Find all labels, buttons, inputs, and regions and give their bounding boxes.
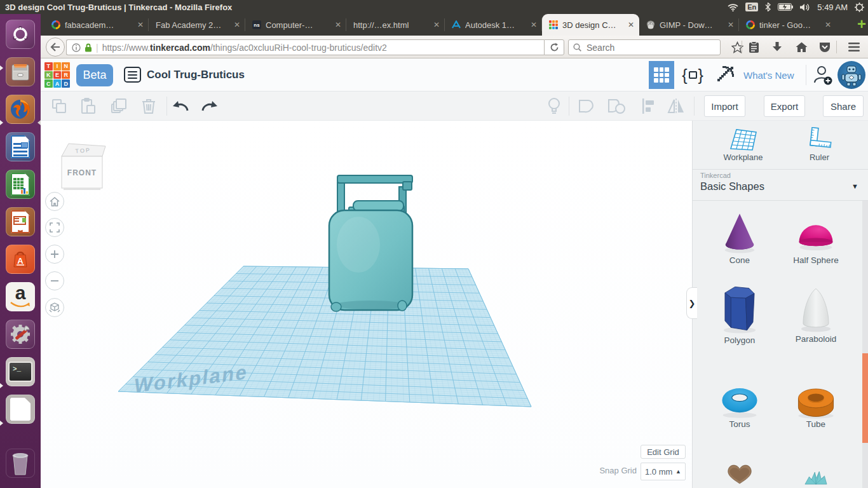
launcher-item-amazon[interactable]: a <box>6 282 35 311</box>
shape-polygon[interactable]: Polygon <box>702 281 778 345</box>
downloads-button[interactable] <box>768 37 786 57</box>
undo-button[interactable] <box>171 97 190 116</box>
panel-scrollbar-track[interactable] <box>862 201 868 488</box>
pocket-button[interactable] <box>816 37 834 57</box>
url-bar[interactable]: | https://www.tinkercad.com/things/ac0xc… <box>66 39 544 55</box>
keyboard-layout-indicator[interactable]: En <box>745 3 758 11</box>
paste-button[interactable] <box>79 97 98 116</box>
bookmarks-menu-button[interactable] <box>745 37 763 57</box>
secure-lock-icon[interactable] <box>85 43 92 52</box>
amazon-a-glyph: a <box>10 282 31 304</box>
edit-grid-button[interactable]: Edit Grid <box>641 445 686 459</box>
share-button[interactable]: Share <box>823 95 864 117</box>
wifi-icon[interactable] <box>728 3 738 11</box>
tab-fab-academy-2[interactable]: Fab Academy 2… ✕ <box>149 14 245 36</box>
shape-tube[interactable]: Tube <box>778 380 854 429</box>
shape-cone[interactable]: Cone <box>702 210 778 265</box>
shape-torus[interactable]: Torus <box>702 380 778 429</box>
shape-heart-partial[interactable] <box>702 459 778 488</box>
launcher-item-settings[interactable] <box>6 320 35 349</box>
search-input[interactable] <box>585 42 702 53</box>
ungroup-icon <box>607 98 626 114</box>
tab-close-icon[interactable]: ✕ <box>234 20 240 29</box>
tab-computer[interactable]: ns Computer-… ✕ <box>245 14 346 36</box>
model-suitcase[interactable] <box>329 175 412 311</box>
session-gear-icon[interactable] <box>855 3 864 12</box>
tab-close-icon[interactable]: ✕ <box>728 20 734 29</box>
back-button[interactable] <box>46 37 65 57</box>
shape-paraboloid[interactable]: Paraboloid <box>778 285 854 344</box>
dashboard-grid-button[interactable] <box>649 61 674 89</box>
launcher-item-firefox[interactable] <box>6 95 35 124</box>
home-button[interactable] <box>792 37 810 57</box>
tab-close-icon[interactable]: ✕ <box>628 20 634 29</box>
launcher-item-ubuntu-software[interactable]: A <box>6 245 35 274</box>
minecraft-button[interactable] <box>710 64 740 86</box>
caret-down-icon[interactable]: ▼ <box>851 182 858 190</box>
launcher-item-libreoffice[interactable] <box>6 395 35 424</box>
ungroup-button[interactable] <box>607 97 626 116</box>
launcher-item-calc[interactable] <box>6 170 35 199</box>
shape-star-partial[interactable] <box>778 467 854 488</box>
search-bar[interactable] <box>568 39 721 55</box>
add-user-button[interactable] <box>811 64 835 86</box>
workplane-tool[interactable]: Workplane <box>719 127 767 162</box>
import-button[interactable]: Import <box>704 95 745 117</box>
copy-button[interactable] <box>50 97 69 116</box>
zoom-out-button[interactable] <box>45 271 64 290</box>
fit-view-button[interactable] <box>45 218 64 237</box>
reload-button[interactable] <box>544 39 564 55</box>
tab-fabacademy[interactable]: fabacadem… ✕ <box>44 14 149 36</box>
battery-icon[interactable] <box>778 3 793 11</box>
mirror-button[interactable] <box>667 97 686 116</box>
zoom-in-button[interactable] <box>45 245 64 264</box>
panel-collapse-button[interactable]: ❯ <box>686 287 697 319</box>
launcher-item-terminal[interactable]: >_ <box>6 357 35 386</box>
whats-new-link[interactable]: What's New <box>743 58 794 92</box>
divider <box>694 97 695 116</box>
menu-button[interactable] <box>845 37 863 57</box>
design-menu-icon[interactable] <box>124 67 141 83</box>
perspective-toggle-button[interactable] <box>45 298 64 317</box>
shape-half-sphere[interactable]: Half Sphere <box>778 210 854 265</box>
export-button[interactable]: Export <box>764 95 805 117</box>
duplicate-button[interactable] <box>109 97 128 116</box>
view-home-button[interactable] <box>45 192 64 211</box>
align-button[interactable] <box>639 97 658 116</box>
snap-grid-dropdown[interactable]: 1.0 mm ▲ <box>641 463 686 480</box>
view-cube[interactable]: TOP FRONT <box>62 144 105 190</box>
new-tab-button[interactable]: + <box>855 18 868 32</box>
tab-close-icon[interactable]: ✕ <box>137 20 144 29</box>
launcher-item-trash[interactable] <box>6 449 35 478</box>
tab-close-icon[interactable]: ✕ <box>531 20 537 29</box>
redo-button[interactable] <box>200 97 219 116</box>
tab-autodesk[interactable]: Autodesk 1… ✕ <box>445 14 542 36</box>
tab-close-icon[interactable]: ✕ <box>335 20 341 29</box>
tab-gimp[interactable]: GIMP - Dow… ✕ <box>639 14 739 36</box>
panel-scrollbar-thumb[interactable] <box>862 353 868 443</box>
page-info-icon[interactable] <box>72 43 81 52</box>
beta-badge[interactable]: Beta <box>76 64 113 86</box>
group-button[interactable] <box>576 97 595 116</box>
bluetooth-icon[interactable] <box>765 3 771 11</box>
tinkercad-logo[interactable]: TIN KER CAD <box>44 62 70 88</box>
bookmark-star-button[interactable] <box>728 37 746 57</box>
volume-icon[interactable] <box>800 3 810 11</box>
clock[interactable]: 5:49 AM <box>817 3 848 12</box>
launcher-item-writer[interactable] <box>6 132 35 161</box>
launcher-item-files[interactable] <box>6 57 35 86</box>
launcher-item-dash[interactable] <box>6 20 35 49</box>
launcher-item-impress[interactable] <box>6 207 35 236</box>
tab-tinker-google[interactable]: tinker - Goo… ✕ <box>739 14 836 36</box>
user-avatar[interactable] <box>837 61 865 89</box>
tab-3d-design-active[interactable]: 3D design C… ✕ <box>542 14 639 36</box>
show-all-button[interactable] <box>545 97 564 116</box>
codeblocks-button[interactable]: {} <box>679 58 707 92</box>
tab-close-icon[interactable]: ✕ <box>433 20 440 29</box>
tab-close-icon[interactable]: ✕ <box>825 20 831 29</box>
ruler-tool[interactable]: Ruler <box>796 127 843 162</box>
delete-button[interactable] <box>139 97 158 116</box>
viewport-3d[interactable]: Workplane TOP <box>41 121 692 488</box>
library-selector[interactable]: Basic Shapes <box>700 180 764 193</box>
tab-ex-html[interactable]: http://…ex.html ✕ <box>346 14 445 36</box>
